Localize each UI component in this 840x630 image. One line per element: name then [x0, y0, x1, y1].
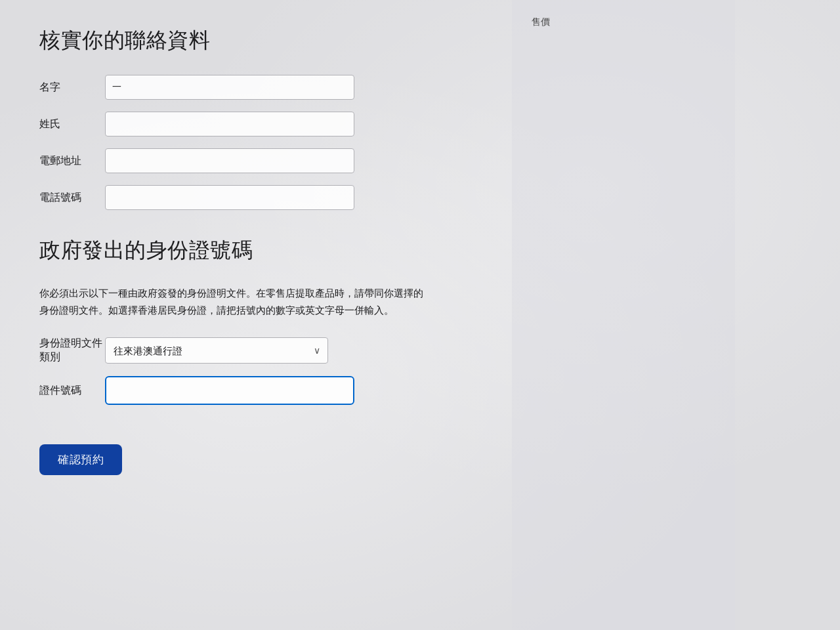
right-panel-title: 售價 — [532, 13, 715, 28]
last-name-row: 姓氏 — [39, 112, 472, 136]
last-name-label: 姓氏 — [39, 117, 105, 131]
first-name-label: 名字 — [39, 81, 105, 94]
phone-row: 電話號碼 — [39, 185, 472, 210]
phone-input[interactable] — [105, 185, 354, 210]
id-type-label: 身份證明文件類別 — [39, 337, 105, 364]
first-name-input[interactable] — [105, 75, 354, 100]
cert-number-input[interactable] — [105, 376, 354, 405]
email-row: 電郵地址 — [39, 148, 472, 173]
id-type-select-wrapper: 往來港澳通行證 香港居民身份證 護照 其他 ∨ — [105, 337, 328, 364]
email-input[interactable] — [105, 148, 354, 173]
right-panel: 售價 — [512, 0, 735, 630]
phone-label: 電話號碼 — [39, 191, 105, 205]
cert-number-label: 證件號碼 — [39, 384, 105, 398]
first-name-row: 名字 — [39, 75, 472, 100]
id-type-row: 身份證明文件類別 往來港澳通行證 香港居民身份證 護照 其他 ∨ — [39, 337, 472, 364]
email-label: 電郵地址 — [39, 154, 105, 168]
contact-section-title: 核實你的聯絡資料 — [39, 26, 472, 55]
gov-id-section: 政府發出的身份證號碼 你必須出示以下一種由政府簽發的身份證明文件。在零售店提取產… — [39, 236, 472, 405]
cert-number-row: 證件號碼 — [39, 376, 472, 405]
gov-id-section-title: 政府發出的身份證號碼 — [39, 236, 472, 265]
id-type-select[interactable]: 往來港澳通行證 香港居民身份證 護照 其他 — [105, 337, 328, 364]
confirm-button[interactable]: 確認預約 — [39, 444, 122, 475]
contact-section: 核實你的聯絡資料 名字 姓氏 電郵地址 電話號碼 — [39, 26, 472, 210]
gov-id-description: 你必須出示以下一種由政府簽發的身份證明文件。在零售店提取產品時，請帶同你選擇的身… — [39, 285, 427, 318]
last-name-input[interactable] — [105, 112, 354, 136]
